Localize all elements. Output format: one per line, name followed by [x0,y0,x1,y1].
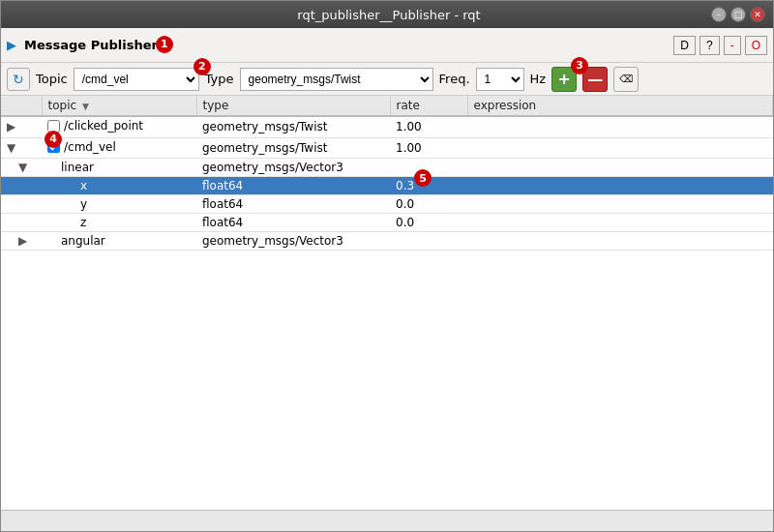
table-row[interactable]: y float64 0.0 [1,195,773,214]
col-expression[interactable]: expression [467,96,773,116]
expand-cell[interactable]: ▼ [1,137,42,159]
type-cell: float64 [196,214,390,232]
window-title: rqt_publisher__Publisher - rqt [67,8,711,22]
expression-cell [467,116,773,137]
expression-cell [467,159,773,177]
topic-cell: y [42,195,196,214]
expand-cell[interactable]: ▶ [1,232,42,251]
expand-cell[interactable]: ▶ [1,116,42,137]
type-cell: float64 [196,195,390,214]
table-body: ▶ /clicked_point geometry_msgs/Twist 1.0… [1,116,773,251]
type-cell: float64 [196,177,390,195]
col-type[interactable]: type [196,96,390,116]
maximize-button[interactable]: □ [730,7,746,22]
type-label: Type [205,72,234,86]
d-button[interactable]: D [673,36,696,55]
type-select[interactable]: geometry_msgs/Twist [240,68,433,91]
topic-cell: angular [42,232,196,251]
expression-cell [467,195,773,214]
col-rate[interactable]: rate [390,96,467,116]
expand-cell [1,177,42,195]
detach-button[interactable]: O [745,36,767,55]
toolbar-right: D ? - O [673,36,767,55]
type-cell: geometry_msgs/Twist [196,116,390,137]
annotation-5-marker: 5 [414,169,432,187]
topic-cell: linear [42,159,196,177]
minimize-button[interactable]: – [711,7,727,22]
expression-cell [467,232,773,251]
type-cell: geometry_msgs/Vector3 [196,159,390,177]
rate-cell: 0.3 5 [390,177,467,195]
plugin-icon: ▶ [7,38,16,52]
expression-cell [467,177,773,195]
clear-button[interactable]: ⌫ [613,67,639,92]
table-row[interactable]: x float64 0.3 5 [1,177,773,195]
rate-cell: 0.0 [390,214,467,232]
titlebar: rqt_publisher__Publisher - rqt – □ ✕ [1,1,773,28]
annotation-3-marker: 3 [571,57,588,74]
plugin-toolbar: ▶ Message Publisher 1 D ? - O [1,28,773,63]
titlebar-buttons: – □ ✕ [711,7,765,22]
expand-cell [1,214,42,232]
close-plugin-button[interactable]: - [724,36,741,55]
expand-cell [1,195,42,214]
form-row: ↻ Topic /cmd_vel /clicked_point 2 Type g… [1,63,773,96]
topic-table-container: topic ▼ type rate expression [1,96,773,510]
expand-cell[interactable]: ▼ [1,159,42,177]
topic-cell: z [42,214,196,232]
type-cell: geometry_msgs/Twist [196,137,390,159]
hz-label: Hz [530,72,547,86]
col-topic[interactable]: topic ▼ [42,96,196,116]
topic-label: Topic [36,72,68,86]
topic-cell: x [42,177,196,195]
annotation-4-marker: 4 [45,131,62,148]
statusbar [1,510,773,531]
table-header: topic ▼ type rate expression [1,96,773,116]
plugin-title: Message Publisher [24,38,158,52]
type-cell: geometry_msgs/Vector3 [196,232,390,251]
topic-cell: /cmd_vel 4 [42,137,196,159]
table-row[interactable]: ▶ angular geometry_msgs/Vector3 [1,232,773,251]
col-expand [1,96,42,116]
freq-select[interactable]: 1 2 5 10 [476,68,524,91]
rate-cell: 0.0 [390,195,467,214]
close-window-button[interactable]: ✕ [750,7,765,22]
table-row[interactable]: ▶ /clicked_point geometry_msgs/Twist 1.0… [1,116,773,137]
main-window: rqt_publisher__Publisher - rqt – □ ✕ ▶ M… [0,0,774,532]
rate-cell [390,232,467,251]
annotation-2-marker: 2 [194,58,211,75]
topic-table: topic ▼ type rate expression [1,96,773,251]
rate-cell: 1.00 [390,137,467,159]
freq-label: Freq. [439,72,470,86]
expression-cell [467,214,773,232]
table-row[interactable]: ▼ linear geometry_msgs/Vector3 [1,159,773,177]
table-row[interactable]: ▼ /cmd_vel 4 geometry_msgs/Twist 1.00 [1,137,773,159]
help-button[interactable]: ? [700,36,720,55]
topic-cell: /clicked_point [42,116,196,137]
table-row[interactable]: z float64 0.0 [1,214,773,232]
rate-cell: 1.00 [390,116,467,137]
topic-select[interactable]: /cmd_vel /clicked_point [74,68,199,91]
expression-cell [467,137,773,159]
refresh-button[interactable]: ↻ [7,68,30,91]
annotation-1: 1 [156,36,173,53]
